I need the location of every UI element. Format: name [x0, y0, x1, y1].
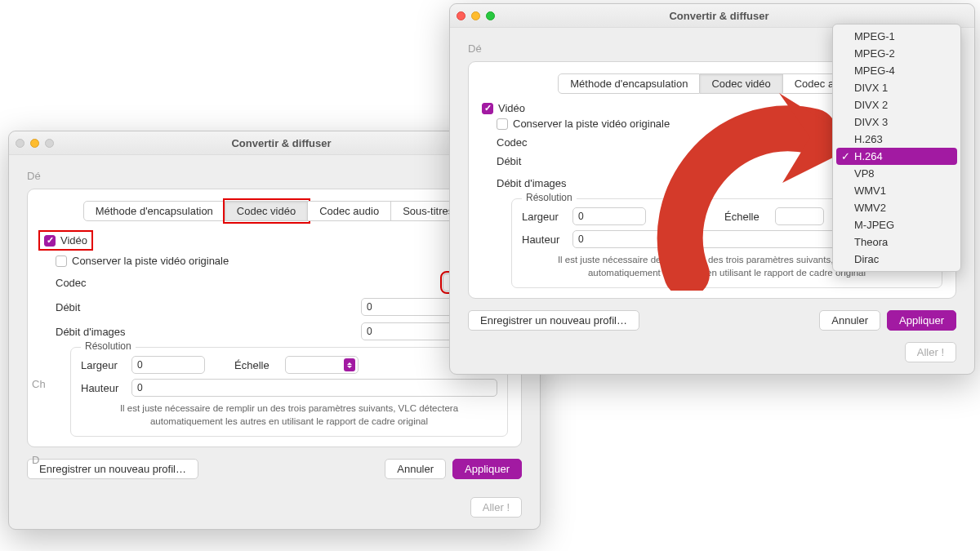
scale-label: Échelle: [234, 359, 280, 371]
go-row-back: Aller !: [9, 497, 540, 529]
go-button-back[interactable]: Aller !: [470, 497, 522, 518]
faded-ch-label: Ch: [32, 378, 46, 390]
height-label: Hauteur: [81, 382, 127, 394]
height-label: Hauteur: [522, 233, 568, 246]
minimize-dot[interactable]: [471, 11, 480, 20]
faded-d-label: D: [32, 454, 39, 466]
bitrate-label: Débit: [56, 301, 154, 313]
fps-label: Débit d'images: [497, 177, 595, 189]
video-check-row: Vidéo: [41, 233, 91, 248]
width-label: Largeur: [81, 359, 127, 371]
codec-option-h-263[interactable]: H.263: [836, 131, 957, 148]
height-pair: Hauteur 0: [81, 379, 497, 397]
codec-option-wmv2[interactable]: WMV2: [836, 199, 957, 216]
keep-original-checkbox[interactable]: [497, 118, 508, 130]
apply-button[interactable]: Appliquer: [887, 310, 956, 331]
resolution-legend: Résolution: [522, 192, 577, 203]
codec-option-m-jpeg[interactable]: M-JPEG: [836, 216, 957, 233]
profile-panel-back: Méthode d'encapsulation Codec vidéo Code…: [27, 189, 522, 447]
width-input-front[interactable]: 0: [572, 207, 646, 225]
codec-option-mpeg-2[interactable]: MPEG-2: [836, 45, 957, 62]
codec-option-h-264[interactable]: H.264: [836, 148, 957, 165]
resolution-group-back: Résolution Largeur 0 Échelle: [70, 347, 508, 437]
width-pair: Largeur 0: [81, 356, 205, 374]
codec-option-mpeg-1[interactable]: MPEG-1: [836, 28, 957, 45]
zoom-dot-gray[interactable]: [45, 139, 54, 148]
scale-pair: Échelle: [234, 356, 359, 374]
codec-option-wmv1[interactable]: WMV1: [836, 182, 957, 199]
video-check-label: Vidéo: [60, 234, 87, 247]
codec-option-divx-2[interactable]: DIVX 2: [836, 96, 957, 113]
bottom-row-back: Enregistrer un nouveau profil… Annuler A…: [27, 459, 522, 479]
apply-button[interactable]: Appliquer: [452, 459, 522, 479]
codec-option-dirac[interactable]: Dirac: [836, 251, 957, 268]
bitrate-row-back: Débit 0: [56, 298, 508, 316]
fps-label: Débit d'images: [56, 326, 154, 338]
go-button-front[interactable]: Aller !: [905, 342, 956, 362]
codec-option-divx-1[interactable]: DIVX 1: [836, 79, 957, 96]
width-input-back[interactable]: 0: [131, 356, 205, 374]
resolution-help: Il est juste nécessaire de remplir un de…: [81, 397, 497, 428]
tab-codec-video[interactable]: Codec vidéo: [225, 201, 308, 221]
save-profile-button[interactable]: Enregistrer un nouveau profil…: [468, 310, 639, 331]
codec-label: Codec: [56, 277, 154, 289]
codec-dropdown-menu[interactable]: MPEG-1MPEG-2MPEG-4DIVX 1DIVX 2DIVX 3H.26…: [832, 24, 961, 272]
tab-codec-audio[interactable]: Codec audio: [308, 201, 391, 221]
codec-option-divx-3[interactable]: DIVX 3: [836, 113, 957, 131]
zoom-dot[interactable]: [486, 11, 495, 20]
save-profile-button[interactable]: Enregistrer un nouveau profil…: [27, 459, 198, 479]
select-arrows-icon: [344, 358, 355, 371]
cancel-button[interactable]: Annuler: [819, 310, 880, 331]
codec-option-vp8[interactable]: VP8: [836, 165, 957, 182]
codec-row-back: Codec H.264: [56, 273, 508, 291]
traffic-lights-back: [16, 139, 54, 148]
video-checkbox[interactable]: [44, 235, 56, 247]
back-window-title: Convertir & diffuser: [62, 137, 501, 149]
faded-label-back: Dé: [27, 170, 522, 182]
scale-select-back[interactable]: [285, 356, 359, 374]
codec-option-mpeg-4[interactable]: MPEG-4: [836, 62, 957, 79]
video-check-label: Vidéo: [498, 102, 525, 114]
bitrate-label: Débit: [497, 155, 595, 167]
tabs-back: Méthode d'encapsulation Codec vidéo Code…: [41, 201, 508, 221]
tab-encapsulation[interactable]: Méthode d'encapsulation: [83, 201, 225, 221]
video-checkbox[interactable]: [482, 103, 493, 114]
codec-option-theora[interactable]: Theora: [836, 233, 957, 251]
go-row-front: Aller !: [450, 342, 974, 374]
bottom-row-front: Enregistrer un nouveau profil… Annuler A…: [468, 310, 956, 331]
codec-label: Codec: [497, 136, 595, 149]
resolution-legend: Résolution: [81, 340, 136, 352]
keep-original-label: Conserver la piste vidéo originale: [72, 255, 229, 267]
cancel-button[interactable]: Annuler: [385, 459, 446, 479]
keep-original-checkbox[interactable]: [56, 256, 67, 267]
width-label: Largeur: [522, 211, 568, 223]
width-pair-front: Largeur 0: [522, 207, 646, 225]
height-input-back[interactable]: 0: [131, 379, 497, 397]
traffic-lights-front: [457, 11, 495, 20]
fps-row-back: Débit d'images 0: [56, 322, 508, 340]
close-dot-gray[interactable]: [16, 139, 24, 148]
keep-orig-row: Conserver la piste vidéo originale: [56, 255, 508, 267]
minimize-dot[interactable]: [30, 139, 39, 148]
close-dot[interactable]: [457, 11, 466, 20]
front-window-title: Convertir & diffuser: [503, 10, 935, 22]
